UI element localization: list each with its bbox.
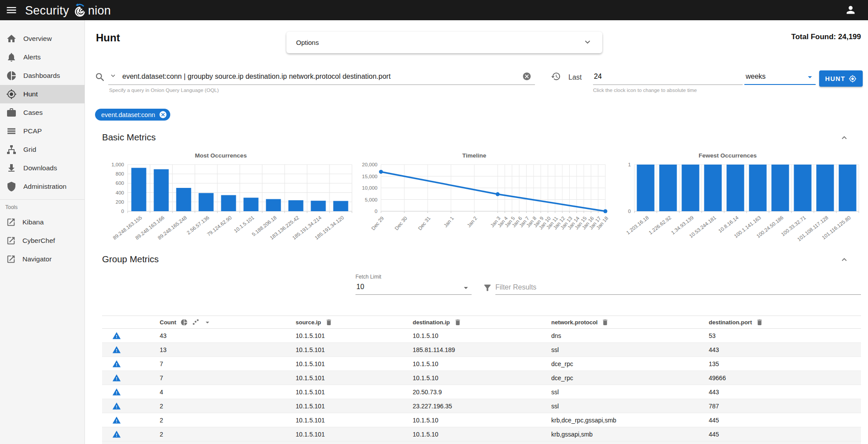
tools-section-label: Tools — [0, 202, 84, 213]
sidebar-item-dashboards[interactable]: Dashboards — [0, 66, 84, 85]
bar — [839, 165, 857, 211]
tick-label: Jan 1 — [443, 216, 454, 228]
last-label: Last — [568, 73, 582, 81]
search-icon[interactable] — [95, 72, 106, 83]
tick-label: 15,000 — [362, 174, 377, 179]
onion-spiral-icon — [72, 3, 88, 18]
hunt-button[interactable]: HUNT — [819, 70, 863, 87]
grid-icon-wrap — [6, 144, 17, 155]
query-history-chevron-icon[interactable] — [109, 72, 117, 81]
table-row-partial — [102, 441, 861, 444]
warning-button[interactable] — [112, 331, 121, 340]
table-cell: 10.1.5.101 — [296, 403, 413, 410]
warning-button[interactable] — [112, 374, 121, 382]
table-cell: 10.1.5.10 — [413, 431, 551, 438]
sidebar-tool-navigator[interactable]: Navigator — [0, 250, 84, 268]
sidebar-item-alerts[interactable]: Alerts — [0, 48, 84, 66]
fetch-limit-label: Fetch Limit — [355, 274, 381, 280]
options-panel[interactable]: Options — [286, 32, 602, 53]
filter-chip-label: event.dataset:conn — [101, 111, 155, 118]
row-warning-cell — [102, 430, 160, 439]
warning-button[interactable] — [112, 345, 121, 354]
chevron-up-icon — [839, 133, 849, 143]
bar — [244, 198, 259, 211]
shield-icon — [6, 181, 17, 192]
chart-title: Timeline — [355, 152, 593, 160]
hunt-button-label: HUNT — [825, 75, 846, 82]
row-warning-cell — [102, 402, 160, 411]
trash-button[interactable] — [325, 319, 333, 326]
warning-button[interactable] — [112, 402, 121, 411]
pcap-lines-icon-wrap — [6, 126, 17, 136]
table-row[interactable]: 410.1.5.10120.50.73.9ssl443 — [102, 385, 861, 399]
time-value-input[interactable] — [594, 70, 726, 83]
timeline-line — [381, 172, 605, 211]
trash-button[interactable] — [756, 319, 763, 326]
pcap-lines-icon — [6, 126, 17, 136]
table-cell: 49666 — [709, 374, 861, 382]
search-input[interactable] — [122, 70, 514, 83]
sidebar-item-grid[interactable]: Grid — [0, 140, 84, 159]
sidebar-tool-cyberchef[interactable]: CyberChef — [0, 231, 84, 250]
table-cell: 7 — [160, 374, 296, 382]
basic-metrics-collapse-button[interactable] — [839, 133, 849, 144]
table-row[interactable]: 710.1.5.10110.1.5.10dce_rpc49666 — [102, 371, 861, 385]
warning-button[interactable] — [112, 416, 121, 425]
menu-down-icon — [805, 72, 815, 84]
warning-button[interactable] — [112, 360, 121, 368]
bar — [266, 199, 281, 211]
chart-canvas: 05,00010,00015,00020,000Dec 29Dec 30Dec … — [355, 160, 609, 246]
trash-button[interactable] — [454, 319, 461, 326]
warning-button[interactable] — [112, 430, 121, 439]
table-row[interactable]: 210.1.5.10110.1.5.10krb,dce_rpc,gssapi,s… — [102, 413, 861, 427]
briefcase-icon — [6, 107, 17, 118]
filter-funnel-icon — [483, 283, 492, 293]
external-link-icon — [6, 254, 16, 264]
time-history-button[interactable] — [551, 71, 561, 81]
menu-down-button[interactable] — [203, 318, 212, 327]
warning-button[interactable] — [112, 388, 121, 396]
sidebar-item-administration[interactable]: Administration — [0, 177, 84, 196]
table-row[interactable]: 210.1.5.10110.1.5.10krb,gssapi,smb445 — [102, 427, 861, 441]
sidebar-item-overview[interactable]: Overview — [0, 29, 84, 48]
sidebar-item-pcap[interactable]: PCAP — [0, 122, 84, 140]
table-row[interactable]: 210.1.5.10123.227.196.35ssl787 — [102, 399, 861, 413]
table-cell: 443 — [709, 389, 861, 396]
filter-chip[interactable]: event.dataset:conn — [95, 109, 170, 121]
fetch-limit-select[interactable]: 10 — [355, 282, 472, 295]
sidebar-item-label: Overview — [23, 35, 52, 43]
tick-label: 79.124.62.90 — [206, 215, 232, 237]
pie-chart-button[interactable] — [180, 319, 188, 326]
clear-query-button[interactable] — [522, 72, 531, 83]
table-row[interactable]: 1310.1.5.101185.81.114.189ssl443 — [102, 343, 861, 357]
grid-icon — [6, 144, 17, 155]
scatter-plot-button[interactable] — [192, 319, 199, 326]
table-cell: ssl — [551, 403, 709, 410]
table-cell: dce_rpc — [551, 360, 709, 367]
bar — [772, 165, 789, 211]
download-icon-wrap — [6, 163, 17, 173]
sidebar-item-cases[interactable]: Cases — [0, 103, 84, 122]
group-metrics-collapse-button[interactable] — [839, 255, 849, 266]
tick-label: 1 — [628, 162, 631, 167]
trash-icon — [601, 319, 609, 326]
chart-timeline: Timeline05,00010,00015,00020,000Dec 29De… — [355, 152, 609, 247]
remove-filter-icon[interactable] — [159, 110, 167, 119]
table-cell: 787 — [709, 403, 861, 410]
time-unit-select[interactable]: weeks — [744, 69, 816, 85]
warning-icon — [112, 331, 121, 340]
tick-label: 1,000 — [111, 162, 124, 167]
table-row[interactable]: 710.1.5.10110.1.5.10dce_rpc135 — [102, 357, 861, 371]
account-button[interactable] — [845, 4, 857, 16]
data-point — [496, 192, 500, 196]
sidebar-tool-kibana[interactable]: Kibana — [0, 213, 84, 231]
table-cell: 7 — [160, 360, 296, 367]
menu-button[interactable] — [5, 4, 18, 17]
filter-results-input[interactable] — [495, 282, 861, 293]
trash-button[interactable] — [601, 319, 609, 326]
sidebar-item-hunt[interactable]: Hunt — [0, 85, 84, 103]
bar — [659, 165, 677, 211]
table-row[interactable]: 4310.1.5.10110.1.5.10dns53 — [102, 329, 861, 343]
sidebar-item-downloads[interactable]: Downloads — [0, 159, 84, 177]
table-cell: 10.1.5.101 — [296, 332, 413, 339]
